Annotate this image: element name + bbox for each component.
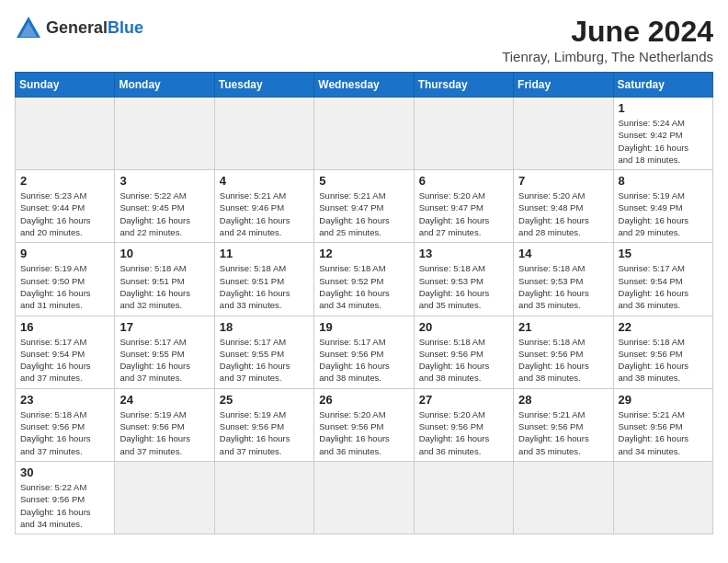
day-cell-2: 2Sunrise: 5:23 AM Sunset: 9:44 PM Daylig… bbox=[16, 170, 115, 243]
day-number-4: 4 bbox=[220, 174, 309, 188]
calendar-week-6: 30Sunrise: 5:22 AM Sunset: 9:56 PM Dayli… bbox=[16, 461, 713, 534]
day-number-25: 25 bbox=[220, 393, 309, 407]
month-title: June 2024 bbox=[502, 15, 713, 49]
day-info-5: Sunrise: 5:21 AM Sunset: 9:47 PM Dayligh… bbox=[319, 190, 408, 238]
weekday-header-wednesday: Wednesday bbox=[314, 73, 414, 98]
day-cell-10: 10Sunrise: 5:18 AM Sunset: 9:51 PM Dayli… bbox=[115, 243, 214, 316]
day-number-6: 6 bbox=[419, 174, 508, 188]
day-number-9: 9 bbox=[20, 247, 109, 260]
day-cell-3: 3Sunrise: 5:22 AM Sunset: 9:45 PM Daylig… bbox=[115, 170, 214, 243]
day-number-27: 27 bbox=[419, 393, 508, 407]
day-info-29: Sunrise: 5:21 AM Sunset: 9:56 PM Dayligh… bbox=[619, 408, 708, 457]
empty-cell bbox=[514, 98, 613, 170]
day-number-2: 2 bbox=[20, 174, 109, 188]
empty-cell bbox=[314, 461, 414, 534]
empty-cell bbox=[214, 98, 313, 170]
calendar-week-3: 9Sunrise: 5:19 AM Sunset: 9:50 PM Daylig… bbox=[16, 243, 713, 316]
calendar-week-1: 1Sunrise: 5:24 AM Sunset: 9:42 PM Daylig… bbox=[16, 98, 713, 170]
calendar-table: SundayMondayTuesdayWednesdayThursdayFrid… bbox=[15, 72, 713, 534]
logo-icon bbox=[15, 15, 42, 42]
day-info-9: Sunrise: 5:19 AM Sunset: 9:50 PM Dayligh… bbox=[20, 262, 109, 311]
day-cell-21: 21Sunrise: 5:18 AM Sunset: 9:56 PM Dayli… bbox=[514, 316, 613, 388]
day-info-20: Sunrise: 5:18 AM Sunset: 9:56 PM Dayligh… bbox=[419, 336, 508, 385]
day-info-27: Sunrise: 5:20 AM Sunset: 9:56 PM Dayligh… bbox=[419, 408, 508, 457]
day-cell-1: 1Sunrise: 5:24 AM Sunset: 9:42 PM Daylig… bbox=[613, 98, 712, 170]
title-area: June 2024 Tienray, Limburg, The Netherla… bbox=[502, 15, 713, 64]
day-number-13: 13 bbox=[419, 247, 508, 260]
day-cell-18: 18Sunrise: 5:17 AM Sunset: 9:55 PM Dayli… bbox=[214, 316, 313, 388]
day-info-21: Sunrise: 5:18 AM Sunset: 9:56 PM Dayligh… bbox=[518, 336, 608, 385]
day-cell-25: 25Sunrise: 5:19 AM Sunset: 9:56 PM Dayli… bbox=[214, 388, 313, 461]
day-number-23: 23 bbox=[20, 393, 109, 407]
weekday-header-sunday: Sunday bbox=[16, 73, 115, 98]
day-info-13: Sunrise: 5:18 AM Sunset: 9:53 PM Dayligh… bbox=[419, 262, 508, 311]
empty-cell bbox=[514, 461, 613, 534]
day-number-1: 1 bbox=[619, 101, 708, 115]
day-number-14: 14 bbox=[518, 247, 608, 260]
day-cell-29: 29Sunrise: 5:21 AM Sunset: 9:56 PM Dayli… bbox=[613, 388, 712, 461]
weekday-header-monday: Monday bbox=[115, 73, 214, 98]
day-cell-9: 9Sunrise: 5:19 AM Sunset: 9:50 PM Daylig… bbox=[16, 243, 115, 316]
weekday-header-friday: Friday bbox=[514, 73, 613, 98]
day-number-28: 28 bbox=[518, 393, 608, 407]
day-number-10: 10 bbox=[119, 247, 209, 260]
day-cell-24: 24Sunrise: 5:19 AM Sunset: 9:56 PM Dayli… bbox=[115, 388, 214, 461]
day-number-24: 24 bbox=[119, 393, 209, 407]
empty-cell bbox=[16, 98, 115, 170]
day-cell-20: 20Sunrise: 5:18 AM Sunset: 9:56 PM Dayli… bbox=[414, 316, 513, 388]
day-number-15: 15 bbox=[619, 247, 708, 260]
day-number-5: 5 bbox=[319, 174, 408, 188]
empty-cell bbox=[115, 461, 214, 534]
day-number-21: 21 bbox=[518, 320, 608, 334]
day-cell-30: 30Sunrise: 5:22 AM Sunset: 9:56 PM Dayli… bbox=[16, 461, 115, 534]
day-number-7: 7 bbox=[518, 174, 608, 188]
day-cell-23: 23Sunrise: 5:18 AM Sunset: 9:56 PM Dayli… bbox=[16, 388, 115, 461]
empty-cell bbox=[414, 98, 513, 170]
day-info-11: Sunrise: 5:18 AM Sunset: 9:51 PM Dayligh… bbox=[220, 262, 309, 311]
day-info-7: Sunrise: 5:20 AM Sunset: 9:48 PM Dayligh… bbox=[518, 190, 608, 238]
day-info-16: Sunrise: 5:17 AM Sunset: 9:54 PM Dayligh… bbox=[20, 336, 109, 385]
day-number-22: 22 bbox=[619, 320, 708, 334]
day-number-3: 3 bbox=[119, 174, 209, 188]
calendar-week-5: 23Sunrise: 5:18 AM Sunset: 9:56 PM Dayli… bbox=[16, 388, 713, 461]
day-number-16: 16 bbox=[20, 320, 109, 334]
day-number-11: 11 bbox=[220, 247, 309, 260]
day-number-8: 8 bbox=[619, 174, 708, 188]
weekday-header-row: SundayMondayTuesdayWednesdayThursdayFrid… bbox=[16, 73, 713, 98]
weekday-header-saturday: Saturday bbox=[613, 73, 712, 98]
day-info-4: Sunrise: 5:21 AM Sunset: 9:46 PM Dayligh… bbox=[220, 190, 309, 238]
header: GeneralBlue June 2024 Tienray, Limburg, … bbox=[15, 15, 713, 64]
day-cell-22: 22Sunrise: 5:18 AM Sunset: 9:56 PM Dayli… bbox=[613, 316, 712, 388]
day-cell-13: 13Sunrise: 5:18 AM Sunset: 9:53 PM Dayli… bbox=[414, 243, 513, 316]
empty-cell bbox=[314, 98, 414, 170]
logo: GeneralBlue bbox=[15, 15, 143, 42]
day-number-12: 12 bbox=[319, 247, 408, 260]
day-info-2: Sunrise: 5:23 AM Sunset: 9:44 PM Dayligh… bbox=[20, 190, 109, 238]
day-info-22: Sunrise: 5:18 AM Sunset: 9:56 PM Dayligh… bbox=[619, 336, 708, 385]
empty-cell bbox=[613, 461, 712, 534]
day-cell-28: 28Sunrise: 5:21 AM Sunset: 9:56 PM Dayli… bbox=[514, 388, 613, 461]
location-title: Tienray, Limburg, The Netherlands bbox=[502, 49, 713, 64]
calendar-week-4: 16Sunrise: 5:17 AM Sunset: 9:54 PM Dayli… bbox=[16, 316, 713, 388]
calendar-week-2: 2Sunrise: 5:23 AM Sunset: 9:44 PM Daylig… bbox=[16, 170, 713, 243]
day-cell-16: 16Sunrise: 5:17 AM Sunset: 9:54 PM Dayli… bbox=[16, 316, 115, 388]
empty-cell bbox=[414, 461, 513, 534]
day-cell-11: 11Sunrise: 5:18 AM Sunset: 9:51 PM Dayli… bbox=[214, 243, 313, 316]
day-cell-5: 5Sunrise: 5:21 AM Sunset: 9:47 PM Daylig… bbox=[314, 170, 414, 243]
day-info-24: Sunrise: 5:19 AM Sunset: 9:56 PM Dayligh… bbox=[119, 408, 209, 457]
day-info-10: Sunrise: 5:18 AM Sunset: 9:51 PM Dayligh… bbox=[119, 262, 209, 311]
weekday-header-thursday: Thursday bbox=[414, 73, 513, 98]
day-cell-27: 27Sunrise: 5:20 AM Sunset: 9:56 PM Dayli… bbox=[414, 388, 513, 461]
day-info-14: Sunrise: 5:18 AM Sunset: 9:53 PM Dayligh… bbox=[518, 262, 608, 311]
day-cell-6: 6Sunrise: 5:20 AM Sunset: 9:47 PM Daylig… bbox=[414, 170, 513, 243]
day-info-26: Sunrise: 5:20 AM Sunset: 9:56 PM Dayligh… bbox=[319, 408, 408, 457]
day-info-12: Sunrise: 5:18 AM Sunset: 9:52 PM Dayligh… bbox=[319, 262, 408, 311]
day-info-6: Sunrise: 5:20 AM Sunset: 9:47 PM Dayligh… bbox=[419, 190, 508, 238]
logo-blue: Blue bbox=[108, 18, 143, 37]
empty-cell bbox=[214, 461, 313, 534]
day-info-28: Sunrise: 5:21 AM Sunset: 9:56 PM Dayligh… bbox=[518, 408, 608, 457]
day-info-30: Sunrise: 5:22 AM Sunset: 9:56 PM Dayligh… bbox=[20, 481, 109, 530]
day-cell-15: 15Sunrise: 5:17 AM Sunset: 9:54 PM Dayli… bbox=[613, 243, 712, 316]
day-info-8: Sunrise: 5:19 AM Sunset: 9:49 PM Dayligh… bbox=[619, 190, 708, 238]
day-number-26: 26 bbox=[319, 393, 408, 407]
